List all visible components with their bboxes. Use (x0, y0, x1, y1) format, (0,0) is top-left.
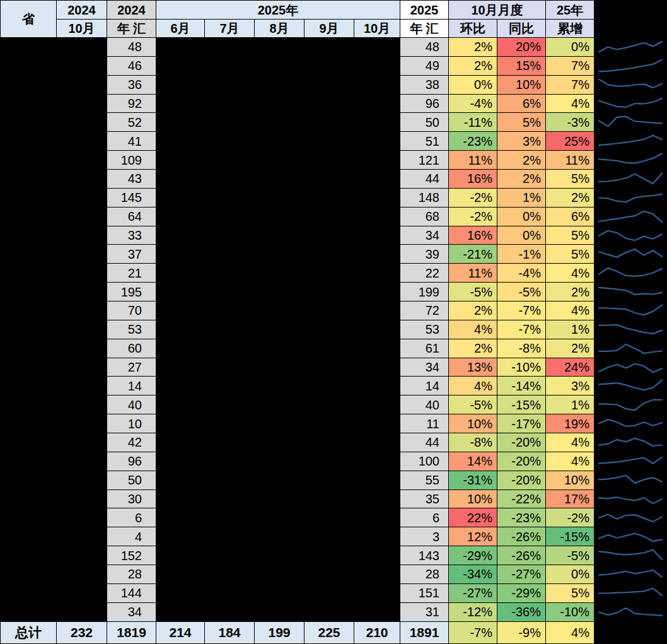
y2024-total-cell[interactable]: 41 (107, 132, 156, 151)
cum-cell[interactable]: 0% (546, 38, 594, 57)
y2024-total-cell[interactable]: 53 (107, 320, 156, 339)
header-2025-group[interactable]: 2025年 (156, 1, 400, 20)
cum-cell[interactable]: 1% (546, 395, 594, 414)
total-month-aug-cell[interactable]: 199 (255, 622, 304, 644)
mom-cell[interactable]: 11% (449, 151, 497, 170)
yoy-cell[interactable]: -20% (497, 433, 546, 452)
y2024-total-cell[interactable]: 33 (107, 226, 156, 245)
yoy-cell[interactable]: -27% (497, 565, 546, 584)
yoy-cell[interactable]: 0% (497, 226, 546, 245)
y2025-total-cell[interactable]: 34 (400, 358, 449, 377)
y2024-total-cell[interactable]: 52 (107, 113, 156, 132)
yoy-cell[interactable]: 10% (497, 76, 546, 95)
y2025-total-cell[interactable]: 53 (400, 320, 449, 339)
header-2024-oct-month[interactable]: 10月 (57, 20, 107, 38)
yoy-cell[interactable]: -36% (497, 603, 546, 622)
yoy-cell[interactable]: -17% (497, 414, 546, 433)
header-2025-total-label[interactable]: 年 汇 (400, 20, 449, 38)
y2025-total-cell[interactable]: 148 (400, 189, 449, 208)
yoy-cell[interactable]: -8% (497, 339, 546, 358)
mom-cell[interactable]: 2% (449, 302, 497, 320)
cum-cell[interactable]: 4% (546, 433, 594, 452)
mom-cell[interactable]: 2% (449, 57, 497, 76)
mom-cell[interactable]: 13% (449, 358, 497, 377)
cum-cell[interactable]: 2% (546, 189, 594, 208)
cum-cell[interactable]: -3% (546, 113, 594, 132)
y2024-total-cell[interactable]: 28 (107, 565, 156, 584)
yoy-cell[interactable]: 2% (497, 170, 546, 189)
y2025-total-cell[interactable]: 199 (400, 283, 449, 302)
y2025-total-cell[interactable]: 143 (400, 546, 449, 565)
cum-cell[interactable]: -15% (546, 527, 594, 546)
y2025-total-cell[interactable]: 11 (400, 414, 449, 433)
mom-cell[interactable]: -11% (449, 113, 497, 132)
y2024-total-cell[interactable]: 48 (107, 38, 156, 57)
y2024-total-cell[interactable]: 10 (107, 414, 156, 433)
y2025-total-cell[interactable]: 40 (400, 395, 449, 414)
mom-cell[interactable]: 2% (449, 38, 497, 57)
cum-cell[interactable]: 25% (546, 132, 594, 151)
y2025-total-cell[interactable]: 39 (400, 245, 449, 264)
y2024-total-cell[interactable]: 37 (107, 245, 156, 264)
header-province[interactable]: 省 (1, 1, 57, 38)
total-month-sep-cell[interactable]: 225 (304, 622, 354, 644)
mom-cell[interactable]: 4% (449, 377, 497, 395)
cum-cell[interactable]: 5% (546, 245, 594, 264)
y2024-total-cell[interactable]: 109 (107, 151, 156, 170)
yoy-cell[interactable]: -23% (497, 508, 546, 527)
yoy-cell[interactable]: -5% (497, 283, 546, 302)
y2024-total-cell[interactable]: 4 (107, 527, 156, 546)
header-2024-total-label[interactable]: 年 汇 (107, 20, 156, 38)
yoy-cell[interactable]: -7% (497, 302, 546, 320)
cum-cell[interactable]: 5% (546, 226, 594, 245)
y2025-total-cell[interactable]: 96 (400, 95, 449, 114)
mom-cell[interactable]: 0% (449, 76, 497, 95)
cum-cell[interactable]: 2% (546, 339, 594, 358)
cum-cell[interactable]: 5% (546, 584, 594, 603)
y2024-total-cell[interactable]: 27 (107, 358, 156, 377)
cum-cell[interactable]: 4% (546, 95, 594, 114)
yoy-cell[interactable]: 3% (497, 132, 546, 151)
y2024-total-cell[interactable]: 50 (107, 471, 156, 490)
yoy-cell[interactable]: -7% (497, 320, 546, 339)
header-2024-total-year[interactable]: 2024 (107, 1, 156, 20)
y2025-total-cell[interactable]: 68 (400, 208, 449, 226)
yoy-cell[interactable]: 0% (497, 208, 546, 226)
y2025-total-cell[interactable]: 31 (400, 603, 449, 622)
y2024-total-cell[interactable]: 70 (107, 302, 156, 320)
y2025-total-cell[interactable]: 28 (400, 565, 449, 584)
y2025-total-cell[interactable]: 34 (400, 226, 449, 245)
yoy-cell[interactable]: -26% (497, 546, 546, 565)
y2024-total-cell[interactable]: 6 (107, 508, 156, 527)
yoy-cell[interactable]: -4% (497, 264, 546, 283)
yoy-cell[interactable]: 2% (497, 151, 546, 170)
header-yoy[interactable]: 同比 (497, 20, 546, 38)
y2024-total-cell[interactable]: 144 (107, 584, 156, 603)
header-month-jun[interactable]: 6月 (156, 20, 205, 38)
cum-cell[interactable]: 0% (546, 565, 594, 584)
cum-cell[interactable]: 4% (546, 264, 594, 283)
y2024-total-cell[interactable]: 34 (107, 603, 156, 622)
cum-cell[interactable]: 19% (546, 414, 594, 433)
mom-cell[interactable]: -4% (449, 95, 497, 114)
cum-cell[interactable]: 1% (546, 320, 594, 339)
y2025-total-cell[interactable]: 6 (400, 508, 449, 527)
yoy-cell[interactable]: 6% (497, 95, 546, 114)
total-2024-year-cell[interactable]: 1819 (107, 622, 156, 644)
total-2025-year-cell[interactable]: 1891 (400, 622, 449, 644)
y2025-total-cell[interactable]: 61 (400, 339, 449, 358)
total-cum-cell[interactable]: 4% (546, 622, 594, 644)
mom-cell[interactable]: -34% (449, 565, 497, 584)
y2024-total-cell[interactable]: 14 (107, 377, 156, 395)
mom-cell[interactable]: 2% (449, 339, 497, 358)
yoy-cell[interactable]: -29% (497, 584, 546, 603)
y2025-total-cell[interactable]: 100 (400, 452, 449, 471)
yoy-cell[interactable]: 20% (497, 38, 546, 57)
mom-cell[interactable]: 10% (449, 490, 497, 509)
mom-cell[interactable]: 16% (449, 226, 497, 245)
y2025-total-cell[interactable]: 22 (400, 264, 449, 283)
y2025-total-cell[interactable]: 151 (400, 584, 449, 603)
y2025-total-cell[interactable]: 44 (400, 433, 449, 452)
y2025-total-cell[interactable]: 38 (400, 76, 449, 95)
cum-cell[interactable]: 7% (546, 57, 594, 76)
